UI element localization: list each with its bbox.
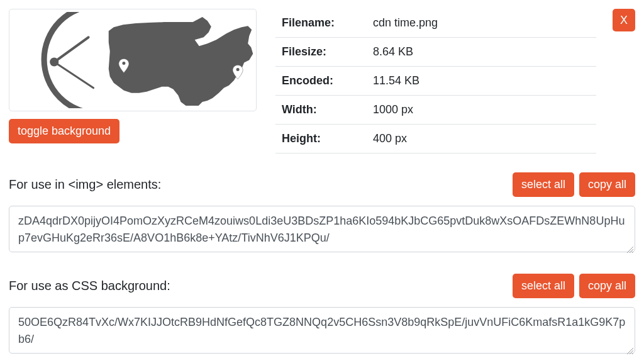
toggle-background-button[interactable]: toggle background xyxy=(9,119,119,143)
svg-point-4 xyxy=(236,68,240,71)
info-row-height: Height: 400 px xyxy=(275,125,596,154)
img-copy-all-button[interactable]: copy all xyxy=(579,172,635,197)
css-copy-all-button[interactable]: copy all xyxy=(579,274,635,298)
css-background-section: For use as CSS background: select all co… xyxy=(9,274,635,356)
width-label: Width: xyxy=(275,96,367,125)
encoded-label: Encoded: xyxy=(275,67,367,96)
image-preview xyxy=(9,9,257,111)
info-row-filesize: Filesize: 8.64 KB xyxy=(275,38,596,67)
clock-icon xyxy=(44,12,98,108)
svg-line-2 xyxy=(54,62,93,88)
img-section-title: For use in <img> elements: xyxy=(9,177,161,192)
svg-line-1 xyxy=(54,37,88,62)
img-select-all-button[interactable]: select all xyxy=(513,172,574,197)
file-info-table: Filename: cdn time.png Filesize: 8.64 KB… xyxy=(275,9,596,154)
encoded-value: 11.54 KB xyxy=(367,67,596,96)
svg-point-3 xyxy=(122,62,125,65)
filename-value: cdn time.png xyxy=(367,9,596,38)
info-row-filename: Filename: cdn time.png xyxy=(275,9,596,38)
css-section-title: For use as CSS background: xyxy=(9,279,170,293)
height-value: 400 px xyxy=(367,125,596,154)
filesize-label: Filesize: xyxy=(275,38,367,67)
close-button[interactable]: X xyxy=(613,9,635,31)
css-code-textarea[interactable] xyxy=(9,307,635,354)
img-code-textarea[interactable] xyxy=(9,206,635,252)
us-map-icon xyxy=(109,17,253,106)
info-row-encoded: Encoded: 11.54 KB xyxy=(275,67,596,96)
css-select-all-button[interactable]: select all xyxy=(513,274,574,298)
width-value: 1000 px xyxy=(367,96,596,125)
filesize-value: 8.64 KB xyxy=(367,38,596,67)
info-row-width: Width: 1000 px xyxy=(275,96,596,125)
filename-label: Filename: xyxy=(275,9,367,38)
height-label: Height: xyxy=(275,125,367,154)
preview-graphic xyxy=(12,12,253,108)
img-elements-section: For use in <img> elements: select all co… xyxy=(9,172,635,255)
